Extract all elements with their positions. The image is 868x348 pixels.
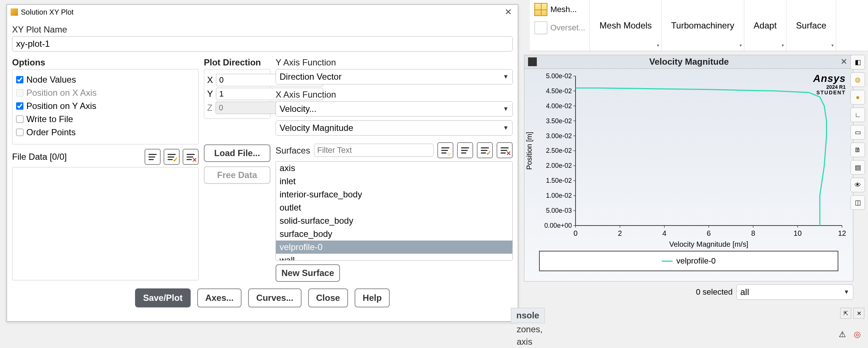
svg-text:10: 10	[794, 229, 802, 237]
mesh-icon	[534, 3, 547, 16]
console-close-icon[interactable]: ✕	[853, 308, 864, 319]
console-popout-icon[interactable]: ⇱	[840, 308, 851, 319]
ribbon-adapt[interactable]: Adapt ▾	[744, 0, 787, 51]
chart-plot-area[interactable]: 0.00e+005.00e-031.00e-021.50e-022.00e-02…	[524, 69, 853, 280]
file-select-all-button[interactable]	[164, 149, 180, 165]
position-x-checkbox[interactable]: Position on X Axis	[16, 88, 195, 98]
svg-text:5.00e-03: 5.00e-03	[546, 207, 572, 214]
position-y-checkbox[interactable]: Position on Y Axis	[16, 101, 195, 111]
surface-item[interactable]: velprofile-0	[276, 241, 512, 254]
ribbon-overset-btn[interactable]: Overset...	[532, 20, 587, 36]
surface-item[interactable]: interior-surface_body	[276, 188, 512, 201]
svg-text:4.00e-02: 4.00e-02	[546, 102, 572, 110]
surfaces-filter-input[interactable]	[314, 144, 434, 157]
tool-axes-icon[interactable]: ∟	[850, 107, 865, 122]
options-label: Options	[12, 57, 199, 68]
selection-status-bar: 0 selected all▼	[524, 284, 853, 300]
svg-text:8: 8	[751, 229, 755, 237]
load-file-button[interactable]: Load File...	[204, 144, 270, 162]
ribbon-turbomachinery-label: Turbomachinery	[671, 20, 734, 31]
dropdown-icon: ▾	[831, 43, 834, 49]
surfaces-list[interactable]: axisinletinterior-surface_bodyoutletsoli…	[276, 161, 513, 261]
close-button[interactable]: Close	[308, 288, 348, 307]
save-plot-button[interactable]: Save/Plot	[135, 288, 191, 307]
overset-icon	[534, 21, 547, 34]
file-data-list[interactable]	[12, 167, 199, 280]
surface-item[interactable]: inlet	[276, 175, 512, 188]
ribbon-turbomachinery[interactable]: Turbomachinery ▾	[662, 0, 744, 51]
pd-x-label: X	[207, 75, 213, 85]
chart-panel: Velocity Magnitude ✕ Ansys 2024 R1 STUDE…	[524, 55, 853, 281]
selection-filter-select[interactable]: all▼	[736, 284, 853, 300]
surface-item[interactable]: surface_body	[276, 227, 512, 241]
dialog-close-button[interactable]: ✕	[502, 7, 514, 17]
surfaces-sort-button[interactable]	[457, 142, 473, 158]
svg-text:2: 2	[618, 229, 622, 237]
warning-icon[interactable]: ⚠	[839, 330, 846, 339]
ribbon-mesh-label: Mesh...	[550, 5, 577, 14]
tool-highlight-icon[interactable]: ●	[850, 90, 865, 105]
ribbon-mesh-btn[interactable]: Mesh...	[532, 1, 587, 18]
xy-plot-name-input[interactable]	[12, 36, 513, 52]
tool-layout-icon[interactable]: ◫	[850, 195, 865, 210]
tool-window-icon[interactable]: ▤	[850, 160, 865, 175]
x-axis-function-category-select[interactable]: Velocity...▼	[276, 101, 513, 117]
tool-ruler-icon[interactable]: ▭	[850, 125, 865, 140]
svg-text:6: 6	[707, 229, 711, 237]
dialog-title: Solution XY Plot	[21, 8, 74, 16]
legend-label: velprofile-0	[676, 256, 716, 266]
file-data-label: File Data [0/0]	[12, 152, 142, 162]
file-deselect-all-button[interactable]	[183, 149, 199, 165]
surfaces-deselect-all-button[interactable]	[497, 142, 513, 158]
main-ribbon: Mesh... Overset... Mesh Models ▾ Turboma…	[530, 0, 868, 51]
selection-count-label: 0 selected	[696, 287, 733, 297]
help-button[interactable]: Help	[355, 288, 390, 307]
svg-text:5.00e-02: 5.00e-02	[546, 72, 572, 80]
svg-text:4.50e-02: 4.50e-02	[546, 87, 572, 95]
svg-text:3.00e-02: 3.00e-02	[546, 132, 572, 140]
surface-item[interactable]: axis	[276, 162, 512, 175]
file-sort-button[interactable]	[145, 149, 161, 165]
ribbon-mesh-models-label: Mesh Models	[599, 20, 652, 31]
curves-button[interactable]: Curves...	[248, 288, 301, 307]
surface-item[interactable]: solid-surface_body	[276, 214, 512, 227]
console-tab[interactable]: nsole	[511, 308, 545, 323]
ribbon-adapt-label: Adapt	[754, 20, 777, 31]
surface-item[interactable]: wall	[276, 254, 512, 261]
svg-text:12: 12	[838, 229, 846, 237]
plot-direction-group: X Y Z	[204, 69, 270, 119]
surfaces-toggle-tree-button[interactable]	[437, 142, 453, 158]
tool-notes-icon[interactable]: 🗎	[850, 143, 865, 157]
node-values-checkbox[interactable]: Node Values	[16, 75, 195, 85]
record-icon[interactable]: ◎	[854, 330, 861, 339]
tool-cube-icon[interactable]: ◧	[850, 55, 865, 69]
chevron-down-icon: ▼	[843, 289, 849, 295]
write-to-file-checkbox[interactable]: Write to File	[16, 114, 195, 124]
ribbon-mesh-group: Mesh... Overset...	[530, 0, 590, 51]
chevron-down-icon: ▼	[503, 73, 509, 80]
svg-text:Velocity Magnitude [m/s]: Velocity Magnitude [m/s]	[669, 240, 748, 248]
y-axis-function-label: Y Axis Function	[276, 57, 513, 68]
order-points-checkbox[interactable]: Order Points	[16, 127, 195, 137]
y-axis-function-select[interactable]: Direction Vector▼	[276, 69, 513, 84]
ribbon-surface[interactable]: Surface ▾	[786, 0, 836, 51]
tool-palette-icon[interactable]: ◍	[850, 72, 865, 87]
svg-text:1.50e-02: 1.50e-02	[546, 177, 572, 184]
axes-button[interactable]: Axes...	[197, 288, 242, 307]
ribbon-mesh-models[interactable]: Mesh Models ▾	[590, 0, 662, 51]
dropdown-icon: ▾	[782, 43, 784, 49]
new-surface-button[interactable]: New Surface	[276, 264, 340, 282]
chevron-down-icon: ▼	[503, 125, 509, 131]
svg-text:2.50e-02: 2.50e-02	[546, 147, 572, 154]
x-axis-function-variable-select[interactable]: Velocity Magnitude▼	[276, 120, 513, 136]
app-icon	[11, 8, 18, 16]
surface-item[interactable]: outlet	[276, 201, 512, 214]
tool-visibility-icon[interactable]: 👁	[850, 178, 865, 192]
chart-close-button[interactable]: ✕	[838, 57, 849, 67]
ribbon-surface-label: Surface	[796, 20, 826, 31]
plot-direction-label: Plot Direction	[204, 57, 270, 68]
right-toolbar: ◧ ◍ ● ∟ ▭ 🗎 ▤ 👁 ◫	[850, 55, 867, 210]
svg-text:1.00e-02: 1.00e-02	[546, 192, 572, 199]
surfaces-select-all-button[interactable]	[477, 142, 493, 158]
svg-text:Position [m]: Position [m]	[525, 132, 533, 170]
